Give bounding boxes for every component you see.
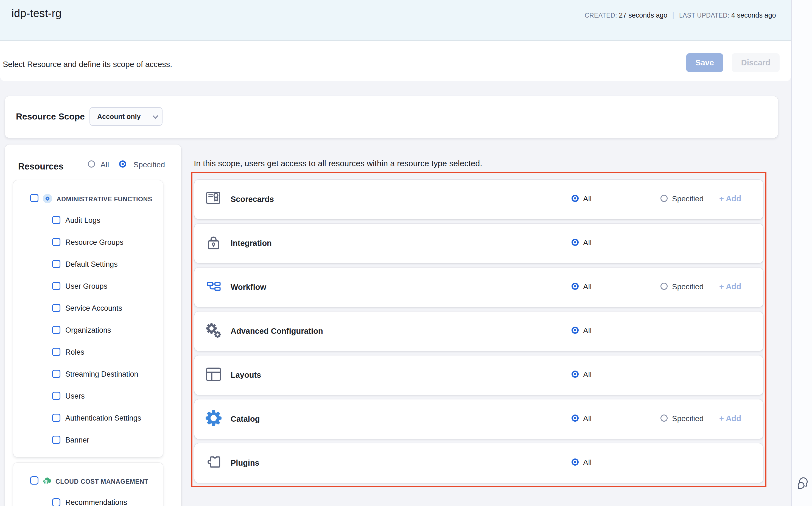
svg-text:$: $ (45, 481, 47, 485)
